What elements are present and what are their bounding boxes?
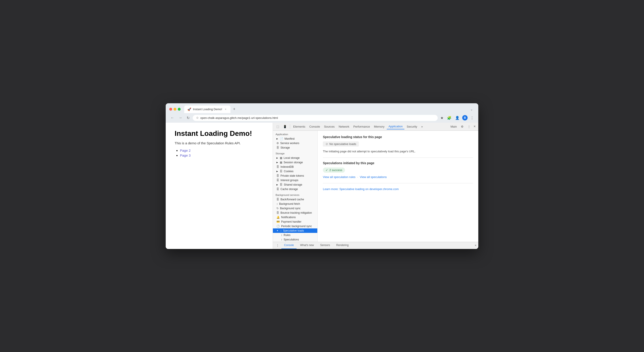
status-description: The initiating page did not attempt to s…	[323, 150, 473, 153]
bottom-more-icon[interactable]: ⋮	[275, 244, 280, 247]
avatar[interactable]: B	[462, 115, 468, 120]
tab-expand-button[interactable]: ⌄	[468, 107, 475, 112]
bounce-tracking-icon: 🗄	[276, 211, 279, 214]
sidebar-item-speculations[interactable]: ↕ Speculations	[273, 237, 317, 242]
notifications-icon: 🔔	[276, 216, 280, 219]
sidebar-item-indexeddb[interactable]: 🗄 IndexedDB	[273, 165, 317, 169]
tab-performance[interactable]: Performance	[352, 124, 372, 129]
tab-close-button[interactable]: ×	[224, 107, 227, 111]
no-loads-icon: ⊘	[326, 142, 328, 146]
sidebar-item-background-fetch[interactable]: ↕ Background fetch	[273, 202, 317, 206]
sidebar-item-rules[interactable]: ↕ Rules	[273, 233, 317, 237]
webpage-content: Instant Loading Demo! This is a demo of …	[166, 123, 273, 249]
browser-window: 🚀 Instant Loading Demo! × + ⌄ ← → ↻ ⊙ op…	[166, 103, 478, 249]
tab-elements[interactable]: Elements	[292, 124, 307, 129]
bottom-tab-console[interactable]: Console	[281, 242, 296, 249]
more-icon[interactable]: ⋮	[470, 115, 475, 121]
status-badge: ⊘ No speculative loads	[323, 141, 359, 147]
manifest-label: Manifest	[284, 137, 294, 140]
settings-icon[interactable]: ⚙	[459, 124, 465, 129]
service-workers-icon: ⚙	[276, 142, 279, 145]
sidebar-item-payment-handler[interactable]: 💳 Payment handler	[273, 220, 317, 224]
devtools-mobile-icon[interactable]: 📱	[281, 124, 288, 129]
new-tab-button[interactable]: +	[231, 106, 237, 112]
tab-application[interactable]: Application	[387, 124, 404, 129]
sidebar-item-speculative-loads[interactable]: ▼ ↕ Speculative loads	[273, 228, 317, 233]
browser-tab[interactable]: 🚀 Instant Loading Demo! ×	[184, 105, 230, 113]
indexeddb-icon: 🗄	[276, 165, 279, 168]
bottom-tab-whats-new[interactable]: What's new	[298, 242, 317, 249]
reload-button[interactable]: ↻	[185, 115, 191, 121]
forward-button[interactable]: →	[177, 115, 184, 121]
sidebar-item-manifest[interactable]: ▶ 📄 Manifest	[273, 136, 317, 141]
speculations-label: Speculations	[284, 238, 299, 241]
tab-more[interactable]: »	[419, 124, 424, 129]
sidebar-item-background-sync[interactable]: ↻ Background sync	[273, 206, 317, 211]
sidebar-item-session-storage[interactable]: ▶ ▦ Session storage	[273, 160, 317, 165]
rules-label: Rules	[284, 234, 290, 237]
sidebar-item-notifications[interactable]: 🔔 Notifications	[273, 215, 317, 220]
payment-handler-label: Payment handler	[281, 220, 302, 223]
context-selector[interactable]: Main	[448, 124, 458, 129]
sidebar-item-service-workers[interactable]: ⚙ Service workers	[273, 141, 317, 145]
tab-bar: 🚀 Instant Loading Demo! × + ⌄	[184, 105, 475, 113]
devtools-more-icon[interactable]: ⋮	[466, 124, 472, 129]
interest-groups-label: Interest groups	[280, 179, 298, 182]
back-button[interactable]: ←	[169, 115, 176, 121]
tab-network[interactable]: Network	[337, 124, 351, 129]
minimize-traffic-light[interactable]	[174, 108, 176, 111]
sidebar-item-private-state[interactable]: 🗄 Private state tokens	[273, 174, 317, 178]
success-count: 2 success	[329, 168, 342, 172]
background-fetch-icon: ↕	[276, 202, 278, 205]
bookmark-icon[interactable]: ★	[440, 115, 444, 121]
list-item: Page 2	[180, 149, 264, 153]
success-icon: ✓	[326, 168, 328, 172]
extensions-icon[interactable]: 🧩	[446, 115, 452, 121]
sidebar-item-shared-storage[interactable]: ▶ 🗄 Shared storage	[273, 182, 317, 187]
view-speculations-link[interactable]: View all speculations	[360, 175, 386, 179]
sidebar-item-cache-storage[interactable]: 🗄 Cache storage	[273, 187, 317, 191]
view-rules-link[interactable]: View all speculation rules	[323, 175, 356, 179]
sidebar-item-periodic-sync[interactable]: 🕐 Periodic background sync	[273, 224, 317, 228]
sidebar-item-storage-app[interactable]: 🗄 Storage	[273, 145, 317, 150]
devtools-picker-icon[interactable]: ⬚	[275, 124, 281, 129]
expand-arrow-icon: ▶	[276, 138, 278, 140]
rules-icon: ↕	[281, 234, 282, 237]
sidebar-item-interest-groups[interactable]: 🗄 Interest groups	[273, 178, 317, 182]
devtools-sidebar: Application ▶ 📄 Manifest ⚙ Service worke…	[273, 131, 318, 242]
cache-storage-icon: 🗄	[276, 188, 279, 191]
sidebar-item-cookies[interactable]: ▶ 🗄 Cookies	[273, 169, 317, 174]
expand-shared-icon: ▶	[276, 184, 278, 186]
tab-memory[interactable]: Memory	[372, 124, 386, 129]
bottom-tab-sensors[interactable]: Sensors	[318, 242, 333, 249]
bounce-tracking-label: Bounce tracking mitigation	[280, 211, 312, 214]
manifest-icon: 📄	[280, 137, 283, 140]
local-storage-label: Local storage	[284, 156, 300, 159]
session-storage-icon: ▦	[280, 161, 282, 164]
sidebar-item-local-storage[interactable]: ▶ ▦ Local storage	[273, 156, 317, 160]
speculative-loads-label: Speculative loads	[283, 229, 304, 232]
omnibox[interactable]: ⊙ open-chalk-asparagus.glitch.me/page1-u…	[193, 115, 438, 121]
bottom-close-button[interactable]: ×	[475, 244, 476, 247]
profile-icon[interactable]: 👤	[454, 115, 460, 121]
tab-security[interactable]: Security	[405, 124, 419, 129]
learn-more-link[interactable]: Learn more: Speculative loading on devel…	[323, 187, 399, 191]
sidebar-item-back-forward[interactable]: 🗄 Back/forward cache	[273, 197, 317, 202]
payment-handler-icon: 💳	[276, 220, 280, 223]
sidebar-item-bounce-tracking[interactable]: 🗄 Bounce tracking mitigation	[273, 211, 317, 215]
local-storage-icon: ▦	[280, 156, 282, 159]
bottom-tab-rendering[interactable]: Rendering	[334, 242, 351, 249]
page2-link[interactable]: Page 2	[180, 149, 191, 152]
maximize-traffic-light[interactable]	[178, 108, 181, 111]
shared-storage-label: Shared storage	[284, 183, 302, 186]
expand-cookies-icon: ▶	[276, 170, 278, 172]
tab-sources[interactable]: Sources	[322, 124, 336, 129]
page3-link[interactable]: Page 3	[180, 153, 191, 157]
expand-session-icon: ▶	[276, 161, 278, 163]
devtools-close-button[interactable]: ×	[473, 124, 476, 129]
close-traffic-light[interactable]	[169, 108, 172, 111]
tab-console[interactable]: Console	[308, 124, 322, 129]
back-forward-icon: 🗄	[276, 198, 279, 201]
background-sync-icon: ↻	[276, 207, 279, 210]
content-divider-1	[323, 157, 473, 158]
